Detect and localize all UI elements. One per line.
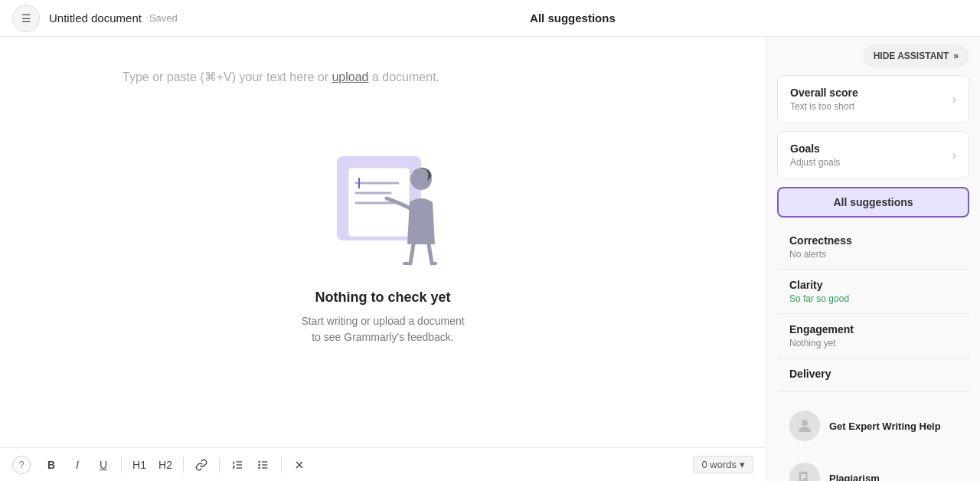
- engagement-title: Engagement: [789, 323, 957, 335]
- get-expert-section[interactable]: Get Expert Writing Help: [777, 400, 969, 452]
- toolbar-divider-2: [183, 457, 184, 473]
- h1-button[interactable]: H1: [128, 453, 151, 476]
- document-title: Untitled document: [49, 11, 142, 25]
- clarity-title: Clarity: [789, 279, 957, 291]
- toolbar-divider-4: [281, 457, 282, 473]
- plagiarism-section[interactable]: Plagiarism: [777, 452, 969, 481]
- svg-point-13: [259, 461, 260, 462]
- plagiarism-icon: [789, 463, 820, 481]
- menu-icon: ☰: [21, 12, 31, 25]
- empty-state: Nothing to check yet Start writing or up…: [301, 133, 464, 345]
- overall-score-subtitle: Text is too short: [790, 101, 858, 112]
- editor-text-area: Type or paste (⌘+V) your text here or up…: [122, 67, 643, 87]
- correctness-section[interactable]: Correctness No alerts: [777, 225, 969, 270]
- goals-card[interactable]: Goals Adjust goals ›: [777, 131, 969, 179]
- overall-score-card[interactable]: Overall score Text is too short ›: [777, 75, 969, 123]
- ordered-list-button[interactable]: [226, 453, 249, 476]
- goals-title: Goals: [790, 142, 840, 155]
- empty-subtitle: Start writing or upload a document to se…: [301, 313, 464, 345]
- hide-assistant-label: HIDE ASSISTANT: [874, 51, 949, 61]
- empty-illustration: [306, 133, 459, 271]
- delivery-section[interactable]: Delivery: [777, 358, 969, 392]
- goals-content: Goals Adjust goals: [790, 142, 840, 168]
- toolbar-divider-1: [121, 457, 122, 473]
- overall-score-chevron: ›: [952, 93, 956, 106]
- h2-button[interactable]: H2: [154, 453, 177, 476]
- svg-point-14: [259, 464, 260, 465]
- bold-button[interactable]: B: [40, 453, 63, 476]
- goals-chevron: ›: [952, 149, 956, 162]
- word-count-value: 0 words: [701, 459, 737, 470]
- placeholder-text: Type or paste (⌘+V) your text here or up…: [122, 67, 643, 87]
- toolbar: ? B I U H1 H2: [0, 447, 766, 481]
- svg-point-15: [259, 467, 260, 468]
- correctness-title: Correctness: [789, 234, 957, 247]
- svg-point-18: [802, 420, 808, 426]
- expert-avatar: [789, 411, 820, 441]
- help-button[interactable]: ?: [12, 456, 31, 474]
- svg-rect-5: [358, 178, 360, 188]
- editor-content[interactable]: Type or paste (⌘+V) your text here or up…: [0, 37, 766, 447]
- engagement-subtitle: Nothing yet: [789, 338, 957, 348]
- top-center: All suggestions: [178, 11, 968, 25]
- expert-text: Get Expert Writing Help: [829, 420, 941, 432]
- word-count-arrow: ▾: [740, 459, 745, 470]
- editor-area: Type or paste (⌘+V) your text here or up…: [0, 37, 766, 481]
- saved-status: Saved: [149, 12, 178, 24]
- overall-score-content: Overall score Text is too short: [790, 87, 858, 112]
- hide-assistant-icon: »: [953, 51, 959, 61]
- sidebar: HIDE ASSISTANT » Overall score Text is t…: [766, 37, 980, 481]
- plagiarism-title: Plagiarism: [829, 473, 880, 482]
- toolbar-divider-3: [219, 457, 220, 473]
- overall-score-title: Overall score: [790, 87, 858, 99]
- engagement-section[interactable]: Engagement Nothing yet: [777, 314, 969, 358]
- clarity-subtitle: So far so good: [789, 293, 957, 304]
- underline-button[interactable]: U: [92, 453, 115, 476]
- main-layout: Type or paste (⌘+V) your text here or up…: [0, 37, 980, 481]
- top-center-label: All suggestions: [530, 11, 616, 25]
- goals-subtitle: Adjust goals: [790, 157, 840, 168]
- all-suggestions-button[interactable]: All suggestions: [777, 187, 969, 218]
- expert-title: Get Expert Writing Help: [829, 420, 941, 432]
- word-count[interactable]: 0 words ▾: [693, 456, 753, 473]
- delivery-title: Delivery: [789, 368, 957, 380]
- clear-format-button[interactable]: [288, 453, 311, 476]
- link-button[interactable]: [190, 453, 213, 476]
- top-bar: ☰ Untitled document Saved All suggestion…: [0, 0, 980, 37]
- menu-button[interactable]: ☰: [12, 5, 40, 32]
- unordered-list-button[interactable]: [252, 453, 275, 476]
- correctness-subtitle: No alerts: [789, 249, 957, 260]
- clarity-section[interactable]: Clarity So far so good: [777, 270, 969, 314]
- empty-title: Nothing to check yet: [315, 290, 450, 306]
- hide-assistant-button[interactable]: HIDE ASSISTANT »: [863, 44, 969, 67]
- italic-button[interactable]: I: [66, 453, 89, 476]
- upload-link[interactable]: upload: [332, 70, 368, 83]
